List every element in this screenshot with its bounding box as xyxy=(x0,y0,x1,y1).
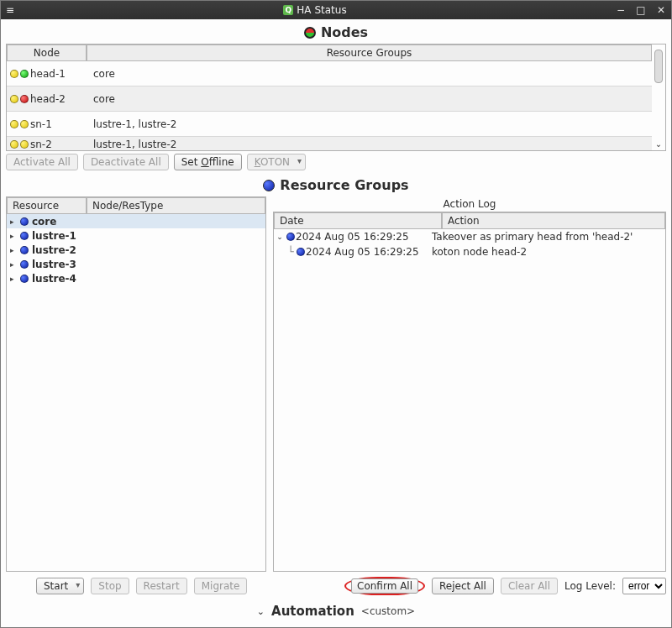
nodes-table: Node Resource Groups head-1 core xyxy=(7,44,652,150)
node-rg: core xyxy=(87,93,652,105)
log-dot-icon xyxy=(297,248,305,256)
resource-name: lustre-2 xyxy=(32,244,76,256)
nodes-row[interactable]: sn-2 lustre-1, lustre-2 xyxy=(7,137,652,150)
resource-name: lustre-1 xyxy=(32,230,76,242)
resource-col-restype[interactable]: Node/ResType xyxy=(87,197,265,214)
rg-orb-icon xyxy=(263,180,275,191)
close-button[interactable]: ✕ xyxy=(651,1,671,19)
resource-col-resource[interactable]: Resource xyxy=(7,197,87,214)
maximize-button[interactable]: □ xyxy=(631,1,651,19)
resource-dot-icon xyxy=(20,217,29,226)
app-menu-icon[interactable]: ≡ xyxy=(1,4,19,16)
status-dot-icon xyxy=(20,70,29,78)
node-name: sn-1 xyxy=(30,118,52,130)
resource-dot-icon xyxy=(20,232,29,240)
nodes-scrollbar[interactable]: ⌄ xyxy=(652,44,665,150)
resource-row[interactable]: ▸ core xyxy=(7,214,265,228)
nodes-col-rg[interactable]: Resource Groups xyxy=(87,44,652,61)
log-level-select[interactable]: error xyxy=(622,578,666,594)
resource-header: Resource Node/ResType xyxy=(7,197,265,214)
node-actions: Activate All Deactivate All Set Offline … xyxy=(6,154,666,170)
resource-row[interactable]: ▸ lustre-4 xyxy=(7,271,265,285)
scroll-thumb[interactable] xyxy=(654,50,663,83)
node-name: head-2 xyxy=(30,93,66,105)
nodes-row[interactable]: sn-1 lustre-1, lustre-2 xyxy=(7,112,652,137)
node-rg: lustre-1, lustre-2 xyxy=(87,139,652,150)
nodes-row[interactable]: head-2 core xyxy=(7,86,652,112)
deactivate-all-button[interactable]: Deactivate All xyxy=(83,154,169,170)
expand-icon[interactable]: ▸ xyxy=(10,275,17,283)
action-log-panel: Action Log Date Action ⌄ 2024 Aug 05 16:… xyxy=(273,196,666,572)
status-dot-icon xyxy=(10,140,18,149)
resource-panel: Resource Node/ResType ▸ core ▸ lustre-1 xyxy=(6,196,266,572)
expand-icon[interactable]: ▸ xyxy=(10,260,17,269)
expand-icon[interactable]: ▸ xyxy=(10,232,17,240)
status-dot-icon xyxy=(10,120,18,128)
automation-label: Automation xyxy=(271,604,354,619)
rg-bottom-actions: Start Stop Restart Migrate Confirm All R… xyxy=(6,577,666,595)
resource-row[interactable]: ▸ lustre-1 xyxy=(7,228,265,243)
status-dot-icon xyxy=(20,120,29,128)
tree-line-icon: └ xyxy=(286,246,296,258)
nodes-table-header: Node Resource Groups xyxy=(7,44,652,61)
expand-icon[interactable]: ▸ xyxy=(10,246,17,254)
collapse-icon[interactable]: ⌄ xyxy=(274,233,286,241)
log-action: Takeover as primary head from 'head-2' xyxy=(428,231,665,243)
resource-row[interactable]: ▸ lustre-2 xyxy=(7,243,265,257)
node-name: head-1 xyxy=(30,68,66,80)
nodes-col-node[interactable]: Node xyxy=(7,44,87,61)
log-col-date[interactable]: Date xyxy=(274,212,442,229)
node-name: sn-2 xyxy=(30,139,52,150)
nodes-section-title: Nodes xyxy=(6,24,666,40)
nodes-orb-icon xyxy=(304,27,316,39)
set-offline-button[interactable]: Set Offline xyxy=(174,154,242,170)
status-dot-icon xyxy=(20,140,29,149)
resource-name: lustre-3 xyxy=(32,259,76,270)
automation-custom: <custom> xyxy=(361,605,415,617)
migrate-button[interactable]: Migrate xyxy=(194,578,248,594)
scroll-down-icon[interactable]: ⌄ xyxy=(655,139,662,150)
confirm-all-button[interactable]: Confirm All xyxy=(351,578,418,594)
koton-select[interactable]: KOTON xyxy=(247,154,306,170)
rg-title-text: Resource Groups xyxy=(280,177,408,193)
app-icon: Q xyxy=(283,5,293,15)
resource-name: lustre-4 xyxy=(32,273,76,285)
nodes-row[interactable]: head-1 core xyxy=(7,61,652,86)
resource-dot-icon xyxy=(20,275,29,283)
activate-all-button[interactable]: Activate All xyxy=(6,154,78,170)
automation-header[interactable]: ⌄ Automation <custom> xyxy=(6,600,666,622)
clear-all-button[interactable]: Clear All xyxy=(501,578,558,594)
action-log-table: Date Action ⌄ 2024 Aug 05 16:29:25 Takeo… xyxy=(273,212,666,572)
rg-section-title: Resource Groups xyxy=(6,177,666,193)
resource-row[interactable]: ▸ lustre-3 xyxy=(7,257,265,271)
log-date: 2024 Aug 05 16:29:25 xyxy=(296,231,428,243)
resource-name: core xyxy=(32,216,56,228)
reject-all-button[interactable]: Reject All xyxy=(432,578,494,594)
log-action: koton node head-2 xyxy=(428,246,665,258)
log-dot-icon xyxy=(286,233,295,241)
resource-dot-icon xyxy=(20,246,29,254)
log-row[interactable]: └ 2024 Aug 05 16:29:25 koton node head-2 xyxy=(274,244,665,259)
chevron-down-icon: ⌄ xyxy=(257,606,265,617)
action-log-title: Action Log xyxy=(273,196,666,212)
nodes-panel: Node Resource Groups head-1 core xyxy=(6,44,666,151)
minimize-button[interactable]: − xyxy=(611,1,631,19)
stop-button[interactable]: Stop xyxy=(91,578,129,594)
node-rg: lustre-1, lustre-2 xyxy=(87,118,652,130)
start-select[interactable]: Start xyxy=(36,578,84,594)
confirm-highlight: Confirm All xyxy=(344,577,425,595)
nodes-title-text: Nodes xyxy=(321,24,368,40)
window-title: Q HA Status xyxy=(19,4,611,16)
window-title-text: HA Status xyxy=(297,4,346,16)
status-dot-icon xyxy=(10,70,18,78)
titlebar: ≡ Q HA Status − □ ✕ xyxy=(1,1,671,19)
log-row[interactable]: ⌄ 2024 Aug 05 16:29:25 Takeover as prima… xyxy=(274,229,665,244)
log-level-label: Log Level: xyxy=(564,580,616,592)
resource-dot-icon xyxy=(20,260,29,269)
expand-icon[interactable]: ▸ xyxy=(10,217,17,226)
restart-button[interactable]: Restart xyxy=(136,578,187,594)
log-date: 2024 Aug 05 16:29:25 xyxy=(306,246,428,258)
node-rg: core xyxy=(87,68,652,80)
status-dot-icon xyxy=(10,95,18,103)
log-col-action[interactable]: Action xyxy=(442,212,665,229)
